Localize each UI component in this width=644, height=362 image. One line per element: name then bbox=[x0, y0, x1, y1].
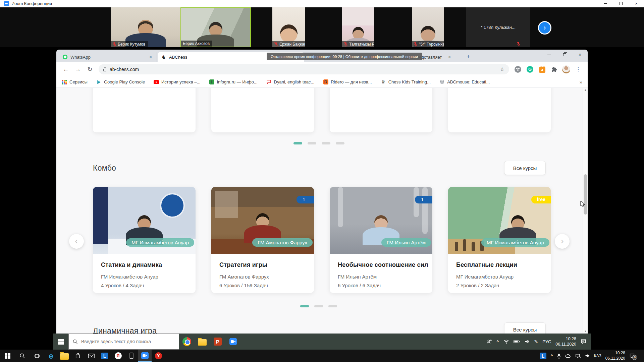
address-bar[interactable]: ab-chess.com ☆ bbox=[99, 64, 509, 74]
pagination-dot[interactable] bbox=[336, 142, 344, 144]
tray-l-app-icon[interactable]: L bbox=[540, 353, 546, 359]
bookmark-services[interactable]: Сервисы bbox=[62, 79, 88, 85]
taskbar-mail-icon[interactable] bbox=[85, 350, 98, 362]
task-view-button[interactable] bbox=[30, 350, 44, 362]
bookmark-dyani[interactable]: Dyani, english teac... bbox=[266, 79, 315, 85]
browser-menu-icon[interactable]: ⋮ bbox=[574, 65, 583, 74]
tab-close-icon[interactable]: × bbox=[148, 54, 153, 60]
tab-whatsapp[interactable]: WhatsApp × bbox=[59, 52, 157, 62]
bookmark-youtube[interactable]: Истории успеха –... bbox=[154, 79, 200, 85]
bookmark-abcmouse[interactable]: ABCmouse: Educati... bbox=[439, 79, 490, 85]
video-tile[interactable]: Берик Кутумов bbox=[111, 7, 180, 47]
pagination-dot[interactable] bbox=[322, 142, 330, 144]
speaker-icon[interactable] bbox=[525, 339, 530, 344]
zoom-minimize-button[interactable] bbox=[598, 0, 613, 7]
page-scrollbar[interactable]: ▲ ▼ bbox=[583, 88, 588, 334]
start-button[interactable] bbox=[53, 334, 68, 350]
people-icon[interactable] bbox=[486, 339, 492, 344]
taskbar-powerpoint-icon[interactable]: P bbox=[210, 334, 225, 350]
bookmark-play-console[interactable]: Google Play Console bbox=[96, 79, 145, 85]
taskbar-zoom-icon-active[interactable] bbox=[138, 350, 152, 362]
tab-close-icon[interactable]: × bbox=[447, 54, 452, 60]
adblock-extension-icon[interactable] bbox=[514, 65, 522, 74]
notifications-icon[interactable] bbox=[581, 339, 586, 344]
taskbar-yandex-icon[interactable]: Я bbox=[111, 350, 125, 362]
pagination-dot-active[interactable] bbox=[293, 142, 302, 144]
clock[interactable]: 10:28 06.11.2020 bbox=[555, 336, 576, 347]
taskbar-file-explorer-icon[interactable] bbox=[195, 334, 210, 350]
grammarly-extension-icon[interactable]: G bbox=[526, 65, 534, 74]
bookmark-star-icon[interactable]: ☆ bbox=[500, 66, 504, 72]
action-center-icon[interactable]: 6 bbox=[629, 353, 635, 359]
zoom-close-button[interactable]: × bbox=[629, 0, 644, 7]
all-courses-button[interactable]: Все курсы bbox=[504, 322, 546, 334]
course-card[interactable]: МГ Исмагамбетов Ануар free Бесплатные ле… bbox=[448, 187, 551, 293]
network-icon[interactable] bbox=[575, 354, 581, 358]
taskbar-l-app-icon[interactable]: L bbox=[98, 350, 111, 362]
carousel-next-button[interactable]: › bbox=[555, 234, 570, 249]
search-button[interactable] bbox=[15, 350, 30, 362]
taskbar-edge-icon[interactable]: e bbox=[44, 350, 58, 362]
language-indicator[interactable]: РУС bbox=[542, 339, 551, 344]
tray-chevron-up-icon[interactable]: ^ bbox=[496, 339, 499, 344]
taskbar-file-explorer-icon[interactable] bbox=[58, 350, 71, 362]
next-participants-button[interactable]: › bbox=[538, 21, 551, 35]
forward-button[interactable]: → bbox=[73, 65, 83, 74]
taskbar-your-phone-icon[interactable] bbox=[125, 350, 138, 362]
course-card[interactable]: ГМ Амонатов Фаррух 1 Стратегия игры ГМ А… bbox=[211, 187, 314, 293]
taskbar-y-app-icon[interactable]: Y bbox=[152, 350, 165, 362]
scrollbar-thumb[interactable] bbox=[584, 174, 587, 215]
mic-muted-icon bbox=[112, 42, 116, 47]
bookmark-ridero[interactable]: R Ridero — для неза... bbox=[323, 79, 372, 85]
video-tile-no-video[interactable]: * 178л Кульжан... bbox=[466, 7, 530, 47]
pagination-dot[interactable] bbox=[314, 305, 323, 307]
scroll-down-icon[interactable]: ▼ bbox=[583, 330, 588, 333]
taskbar-chrome-icon[interactable] bbox=[179, 334, 195, 350]
bookmarks-overflow-icon[interactable]: » bbox=[580, 79, 582, 85]
onedrive-cloud-icon[interactable] bbox=[565, 354, 571, 358]
video-tile[interactable]: "5г" Тұрсынхан Ж... bbox=[412, 7, 444, 47]
zoom-maximize-button[interactable] bbox=[613, 0, 629, 7]
carousel-prev-button[interactable]: ‹ bbox=[69, 234, 84, 249]
tray-chevron-up-icon[interactable]: ^ bbox=[550, 353, 553, 358]
pagination-dot[interactable] bbox=[328, 305, 337, 307]
profile-avatar[interactable] bbox=[562, 65, 571, 74]
chrome-minimize-button[interactable] bbox=[541, 50, 557, 60]
microphone-icon[interactable] bbox=[557, 353, 561, 359]
speaker-icon[interactable] bbox=[585, 354, 590, 358]
taskbar-search-box[interactable] bbox=[68, 334, 179, 350]
video-tile-active-speaker[interactable]: Берик Аккозов bbox=[180, 7, 251, 47]
back-button[interactable]: ← bbox=[61, 65, 70, 74]
course-card[interactable]: Открытые дебюты ММ Аккозов Берик 11 Урок… bbox=[330, 88, 432, 132]
pagination-dot[interactable] bbox=[308, 142, 316, 144]
new-tab-button[interactable]: + bbox=[464, 53, 473, 61]
show-desktop-button[interactable] bbox=[639, 350, 641, 362]
video-tile[interactable]: Талгаткызы Райса ... bbox=[342, 7, 374, 47]
course-card[interactable]: МГ Исмагамбетов Ануар Статика и динамика… bbox=[93, 187, 196, 293]
video-tile[interactable]: Ержан Бақжан 6ғ bbox=[272, 7, 305, 47]
chrome-restore-button[interactable] bbox=[557, 50, 572, 60]
bookmark-infogra[interactable]: i Infogra.ru — Инфо... bbox=[209, 79, 257, 85]
play-console-icon bbox=[96, 79, 102, 85]
scroll-up-icon[interactable]: ▲ bbox=[583, 88, 588, 92]
pen-icon[interactable]: ✎ bbox=[534, 339, 538, 344]
bookmark-chess-kids[interactable]: ♛ Chess Kids Training... bbox=[381, 79, 431, 85]
course-card[interactable]: Тактика 2 ММ Аккозов Берик 8 Уроков / 19… bbox=[211, 88, 314, 132]
start-button[interactable] bbox=[0, 350, 15, 362]
abcmouse-extension-icon[interactable]: a bbox=[538, 65, 546, 74]
taskbar-store-icon[interactable] bbox=[71, 350, 85, 362]
course-card[interactable]: Тактика ММ Аккозов Берик 14 Уроков / 266… bbox=[93, 88, 196, 132]
wifi-icon[interactable] bbox=[503, 339, 509, 344]
course-card[interactable]: ГМ Ильин Артём 1 Необычное соотношение с… bbox=[330, 187, 432, 293]
pagination-dot-active[interactable] bbox=[300, 305, 309, 307]
chrome-close-button[interactable]: × bbox=[572, 50, 588, 60]
battery-icon[interactable] bbox=[514, 340, 520, 344]
language-indicator[interactable]: КАЗ bbox=[594, 354, 601, 358]
all-courses-button[interactable]: Все курсы bbox=[504, 161, 546, 175]
search-input[interactable] bbox=[81, 339, 172, 344]
course-card[interactable]: Эндшпиль ММ Аккозов Берик 11 Уроков / 12… bbox=[448, 88, 551, 132]
taskbar-zoom-icon[interactable] bbox=[225, 334, 241, 350]
clock[interactable]: 10:28 06.11.2020 bbox=[605, 351, 625, 361]
reload-button[interactable]: ↻ bbox=[85, 65, 95, 74]
extensions-puzzle-icon[interactable] bbox=[550, 65, 558, 74]
